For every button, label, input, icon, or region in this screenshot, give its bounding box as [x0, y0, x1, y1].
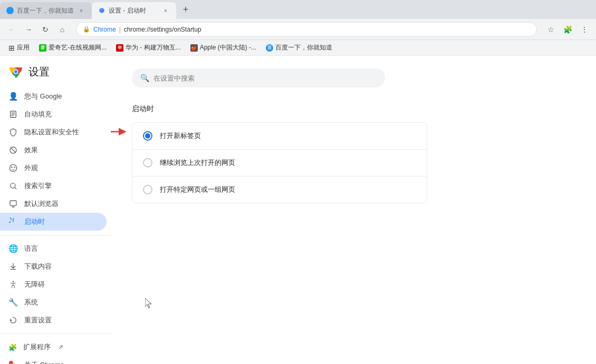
nav-bar: ← → ↻ ⌂ 🔒 Chrome | chrome://settings/onS…	[0, 19, 596, 40]
options-card: 打开新标签页 继续浏览上次打开的网页 打开特定网页或一组网页	[132, 122, 427, 203]
search-bar-icon: 🔍	[140, 74, 149, 82]
sidebar-item-search[interactable]: 搜索引擎	[0, 177, 107, 195]
option-new-tab[interactable]: 打开新标签页	[132, 123, 427, 150]
tab-inactive[interactable]: 百度一下，你就知道 ×	[0, 2, 92, 19]
shield-icon	[8, 127, 18, 137]
bookmark-huawei[interactable]: 华 华为 - 构建万物互...	[112, 42, 185, 53]
bookmarks-bar: ⊞ 应用 爱 爱奇艺-在线视频网... 华 华为 - 构建万物互... 🍎 Ap…	[0, 40, 596, 56]
address-bar[interactable]: 🔒 Chrome | chrome://settings/onStartup	[76, 22, 537, 37]
svg-point-14	[11, 183, 15, 188]
sidebar-item-privacy[interactable]: 隐私设置和安全性	[0, 123, 107, 141]
option-continue[interactable]: 继续浏览上次打开的网页	[132, 150, 427, 176]
sidebar-item-startup[interactable]: 启动时	[0, 213, 107, 231]
sidebar-label-language: 语言	[24, 244, 38, 253]
bookmark-label-iqiyi: 爱奇艺-在线视频网...	[49, 43, 107, 52]
reload-button[interactable]: ↻	[38, 22, 53, 37]
search-input[interactable]	[153, 74, 377, 82]
svg-rect-8	[12, 115, 14, 116]
browser-content: 设置 👤 您与 Google 自动填充 隐私设置和安全性	[0, 56, 596, 364]
bookmark-baidu[interactable]: 百 百度一下，你就知道	[262, 42, 337, 53]
bookmark-button[interactable]: ☆	[543, 22, 558, 37]
sidebar-header: 设置	[0, 60, 111, 87]
chrome-label: Chrome	[93, 26, 116, 33]
sidebar-label-downloads: 下载内容	[24, 262, 52, 271]
sidebar-label-search: 搜索引擎	[24, 181, 52, 191]
radio-inner-new-tab	[145, 133, 150, 139]
apps-label: 应用	[17, 43, 30, 52]
cursor-area	[145, 298, 575, 310]
option-label-new-tab: 打开新标签页	[160, 131, 201, 141]
forward-button[interactable]: →	[21, 22, 36, 37]
sidebar-item-language[interactable]: 🌐 语言	[0, 240, 107, 258]
section-title: 启动时	[132, 104, 575, 114]
arrow-icon	[111, 126, 129, 137]
tab-title-2: 设置 - 启动时	[109, 6, 158, 15]
option-specific[interactable]: 打开特定网页或一组网页	[132, 176, 427, 203]
sidebar-item-about[interactable]: 关于 Chrome	[0, 356, 107, 364]
chrome-logo-icon	[8, 64, 23, 79]
sidebar-item-default-browser[interactable]: 默认浏览器	[0, 195, 107, 213]
search-bar-container: 🔍	[132, 68, 385, 87]
bookmark-iqiyi[interactable]: 爱 爱奇艺-在线视频网...	[35, 42, 111, 53]
cursor-icon	[145, 298, 153, 309]
sidebar-label-appearance: 外观	[24, 163, 38, 173]
tab-title-1: 百度一下，你就知道	[17, 6, 74, 15]
about-icon	[8, 360, 18, 364]
sidebar-item-appearance[interactable]: 外观	[0, 159, 107, 177]
radio-specific[interactable]	[143, 185, 152, 194]
bookmark-favicon-apple: 🍎	[190, 44, 198, 52]
svg-point-4	[14, 70, 17, 73]
tab-close-1[interactable]: ×	[77, 6, 85, 15]
download-icon	[8, 262, 18, 271]
sidebar-label-you-google: 您与 Google	[24, 92, 62, 101]
sidebar-label-startup: 启动时	[24, 217, 45, 227]
home-button[interactable]: ⌂	[55, 22, 70, 37]
tab-bar: 百度一下，你就知道 × 设置 - 启动时 × +	[0, 0, 596, 19]
svg-line-10	[11, 147, 16, 153]
apps-icon: ⊞	[8, 44, 15, 52]
sidebar-item-system[interactable]: 🔧 系统	[0, 293, 107, 311]
bookmark-apple[interactable]: 🍎 Apple (中国大陆) -...	[186, 42, 261, 53]
sidebar-item-downloads[interactable]: 下载内容	[0, 258, 107, 276]
svg-rect-7	[12, 114, 15, 114]
system-icon: 🔧	[8, 298, 18, 307]
startup-icon	[8, 217, 18, 227]
apps-button[interactable]: ⊞ 应用	[4, 42, 34, 53]
radio-continue[interactable]	[143, 158, 152, 168]
sidebar-item-autofill[interactable]: 自动填充	[0, 105, 107, 123]
new-tab-button[interactable]: +	[178, 2, 193, 17]
sidebar-item-you-google[interactable]: 👤 您与 Google	[0, 87, 107, 105]
svg-rect-6	[12, 113, 15, 113]
sidebar-item-effects[interactable]: 效果	[0, 141, 107, 159]
sidebar-item-extensions[interactable]: 🧩 扩展程序 ↗	[0, 338, 111, 356]
bookmark-favicon-iqiyi: 爱	[39, 44, 46, 52]
sidebar: 设置 👤 您与 Google 自动填充 隐私设置和安全性	[0, 56, 111, 364]
options-wrapper: 打开新标签页 继续浏览上次打开的网页 打开特定网页或一组网页	[132, 122, 575, 203]
external-link-icon: ↗	[58, 343, 63, 351]
sidebar-label-system: 系统	[24, 298, 38, 307]
browser-frame: 百度一下，你就知道 × 设置 - 启动时 × + ← → ↻ ⌂ 🔒 Chrom…	[0, 0, 596, 364]
svg-point-20	[13, 281, 14, 282]
sidebar-divider-2	[0, 333, 111, 334]
bookmark-favicon-huawei: 华	[116, 44, 123, 52]
svg-point-11	[9, 164, 16, 171]
svg-point-13	[14, 166, 15, 168]
sidebar-label-privacy: 隐私设置和安全性	[24, 127, 79, 137]
reset-icon	[8, 316, 18, 325]
sidebar-label-reset: 重置设置	[24, 316, 52, 325]
back-button[interactable]: ←	[4, 22, 19, 37]
sidebar-item-reset[interactable]: 重置设置	[0, 311, 107, 329]
arrow-indicator	[111, 126, 129, 137]
tab-close-2[interactable]: ×	[161, 6, 170, 15]
appearance-icon	[8, 163, 18, 173]
sidebar-label-effects: 效果	[24, 145, 38, 155]
option-label-specific: 打开特定网页或一组网页	[160, 185, 235, 194]
extensions-icon: 🧩	[8, 343, 17, 351]
tab-active[interactable]: 设置 - 启动时 ×	[92, 2, 176, 19]
menu-button[interactable]: ⋮	[577, 22, 592, 37]
lock-icon: 🔒	[83, 26, 90, 33]
radio-new-tab[interactable]	[143, 131, 152, 141]
sidebar-item-accessibility[interactable]: 无障碍	[0, 276, 107, 293]
svg-line-15	[15, 188, 16, 189]
extension-button[interactable]: 🧩	[560, 22, 575, 37]
